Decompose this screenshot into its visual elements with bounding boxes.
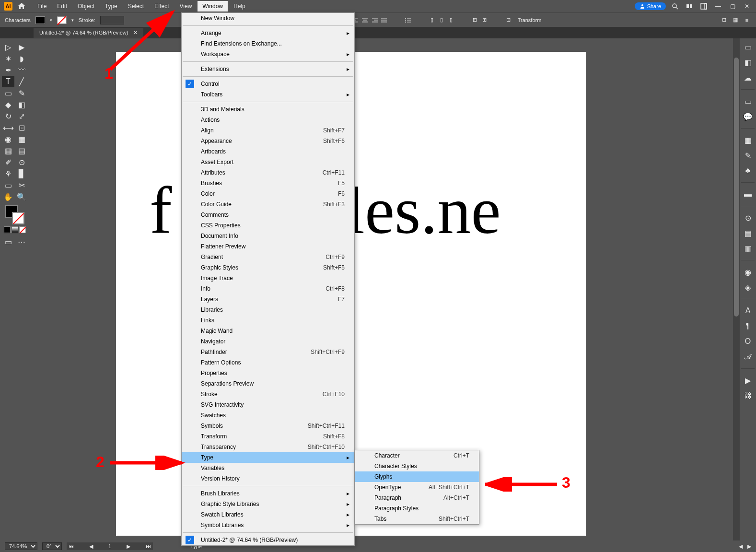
maximize-icon[interactable]: ▢ — [727, 1, 738, 12]
color-mode-fill[interactable] — [4, 226, 11, 233]
menu-item-pathfinder[interactable]: PathfinderShift+Ctrl+F9 — [182, 347, 354, 357]
menu-help[interactable]: Help — [229, 1, 250, 12]
menu-item-pattern-options[interactable]: Pattern Options — [182, 357, 354, 368]
isolate-icon[interactable]: ⊡ — [720, 16, 728, 24]
character-icon[interactable]: A — [742, 305, 754, 317]
menu-file[interactable]: File — [33, 1, 51, 12]
selection-tool[interactable]: ▷ — [2, 41, 14, 53]
nav-last-icon[interactable]: ⏭ — [146, 543, 151, 549]
menu-item-color-guide[interactable]: Color GuideShift+F3 — [182, 199, 354, 210]
gradient-panel-icon[interactable]: ▤ — [742, 227, 754, 239]
menu-item-attributes[interactable]: AttributesCtrl+F11 — [182, 167, 354, 178]
layers-panel-icon[interactable]: ◧ — [742, 57, 754, 68]
menu-item-graphic-style-libraries[interactable]: Graphic Style Libraries▸ — [182, 499, 354, 509]
menu-item-color[interactable]: ColorF6 — [182, 188, 354, 199]
free-transform-tool[interactable]: ⊡ — [15, 122, 28, 133]
nav-first-icon[interactable]: ⏮ — [69, 543, 74, 549]
menu-item-properties[interactable]: Properties — [182, 368, 354, 378]
menu-item-new-window[interactable]: New Window — [182, 13, 354, 23]
menu-item-toolbars[interactable]: Toolbars▸ — [182, 89, 354, 100]
close-icon[interactable]: ✕ — [742, 1, 752, 12]
submenu-item-paragraph-styles[interactable]: Paragraph Styles — [355, 503, 479, 514]
menu-item-type[interactable]: Type▸ — [182, 452, 354, 463]
color-panel-icon[interactable]: ⊙ — [742, 212, 754, 223]
opentype-icon[interactable]: O — [742, 336, 754, 347]
mesh-tool[interactable]: ▦ — [2, 145, 14, 156]
distribute-v-icon[interactable]: ⊞ — [480, 16, 489, 24]
menu-item-layers[interactable]: LayersF7 — [182, 294, 354, 305]
glyphs-icon[interactable]: 𝒜 — [742, 351, 754, 363]
search-icon[interactable] — [670, 1, 680, 12]
halign-center-icon[interactable]: ▯ — [437, 16, 446, 24]
appearance-icon[interactable]: ◉ — [742, 266, 754, 278]
zoom-tool[interactable]: 🔍 — [15, 191, 28, 202]
stroke-panel-icon[interactable]: ▬ — [742, 188, 754, 200]
zoom-select[interactable]: 74.64% — [5, 542, 37, 550]
screen-mode-tool[interactable]: ▭ — [2, 236, 14, 247]
line-tool[interactable]: ╱ — [15, 76, 28, 87]
symbols-icon[interactable]: ♣ — [742, 165, 754, 176]
lasso-tool[interactable]: ◗ — [15, 53, 28, 64]
brush-tool[interactable]: ✎ — [15, 87, 28, 99]
minimize-icon[interactable]: — — [713, 1, 723, 12]
menu-item-libraries[interactable]: Libraries — [182, 305, 354, 315]
eyedropper-tool[interactable]: ✐ — [2, 156, 14, 168]
menu-item-asset-export[interactable]: Asset Export — [182, 157, 354, 167]
menu-item-document-info[interactable]: Document Info — [182, 231, 354, 241]
comments-panel-icon[interactable]: ▭ — [742, 95, 754, 107]
rotate-tool[interactable]: ↻ — [2, 110, 14, 122]
arrange-docs-icon[interactable] — [684, 1, 695, 12]
halign-right-icon[interactable]: ▯ — [447, 16, 455, 24]
menu-item-control[interactable]: ✓Control — [182, 79, 354, 89]
menu-item-workspace[interactable]: Workspace▸ — [182, 49, 354, 59]
color-mode-gradient[interactable] — [12, 226, 18, 233]
home-icon[interactable] — [16, 1, 27, 12]
align-to-icon[interactable]: ⊡ — [504, 16, 513, 24]
menu-item-untitled-2-74-64-rgb-preview-[interactable]: ✓Untitled-2* @ 74.64 % (RGB/Preview) — [182, 535, 354, 545]
menu-edit[interactable]: Edit — [52, 1, 72, 12]
menu-item-navigator[interactable]: Navigator — [182, 336, 354, 347]
scale-tool[interactable]: ⤢ — [15, 110, 28, 122]
blend-tool[interactable]: ⊙ — [15, 156, 28, 168]
menu-item-gradient[interactable]: GradientCtrl+F9 — [182, 252, 354, 262]
submenu-item-tabs[interactable]: TabsShift+Ctrl+T — [355, 514, 479, 524]
libraries-panel-icon[interactable]: ☁ — [742, 72, 754, 83]
direct-selection-tool[interactable]: ▶ — [15, 41, 28, 53]
menu-item-comments[interactable]: Comments — [182, 210, 354, 220]
curvature-tool[interactable]: 〰 — [15, 64, 28, 76]
magic-wand-tool[interactable]: ✶ — [2, 53, 14, 64]
paragraph-icon[interactable]: ¶ — [742, 320, 754, 332]
menu-item-align[interactable]: AlignShift+F7 — [182, 125, 354, 136]
menu-item-extensions[interactable]: Extensions▸ — [182, 64, 354, 74]
submenu-item-character-styles[interactable]: Character Styles — [355, 461, 479, 471]
distribute-h-icon[interactable]: ⊞ — [471, 16, 479, 24]
halign-left-icon[interactable]: ▯ — [428, 16, 436, 24]
options-icon[interactable]: ≡ — [743, 16, 751, 24]
menu-item-swatch-libraries[interactable]: Swatch Libraries▸ — [182, 509, 354, 520]
align-justify-icon[interactable] — [380, 16, 388, 24]
menu-window[interactable]: Window — [198, 1, 228, 12]
graph-tool[interactable]: ▊ — [15, 168, 28, 179]
shaper-tool[interactable]: ◆ — [2, 99, 14, 110]
menu-item-find-extensions-on-exchange-[interactable]: Find Extensions on Exchange... — [182, 38, 354, 49]
stroke-swatch[interactable] — [57, 16, 67, 24]
menu-item-css-properties[interactable]: CSS Properties — [182, 220, 354, 231]
eraser-tool[interactable]: ◧ — [15, 99, 28, 110]
guides-icon[interactable]: ▦ — [731, 16, 740, 24]
color-mode-none[interactable] — [19, 226, 26, 233]
canvas-text-left[interactable]: f — [150, 172, 172, 249]
shape-builder-tool[interactable]: ◉ — [2, 133, 14, 145]
nav-next-icon[interactable]: ▶ — [127, 543, 130, 550]
actions-icon[interactable]: ▶ — [742, 375, 754, 386]
symbol-spray-tool[interactable]: ⚘ — [2, 168, 14, 179]
perspective-tool[interactable]: ▦ — [15, 133, 28, 145]
menu-item-variables[interactable]: Variables — [182, 463, 354, 473]
hand-tool[interactable]: ✋ — [2, 191, 14, 202]
menu-item-symbols[interactable]: SymbolsShift+Ctrl+F11 — [182, 421, 354, 431]
align-center-icon[interactable] — [361, 16, 369, 24]
menu-item-info[interactable]: InfoCtrl+F8 — [182, 283, 354, 294]
artboard-tool[interactable]: ▭ — [2, 179, 14, 191]
menu-item-swatches[interactable]: Swatches — [182, 410, 354, 421]
menu-item-transform[interactable]: TransformShift+F8 — [182, 431, 354, 442]
swatches-icon[interactable]: ▦ — [742, 134, 754, 146]
